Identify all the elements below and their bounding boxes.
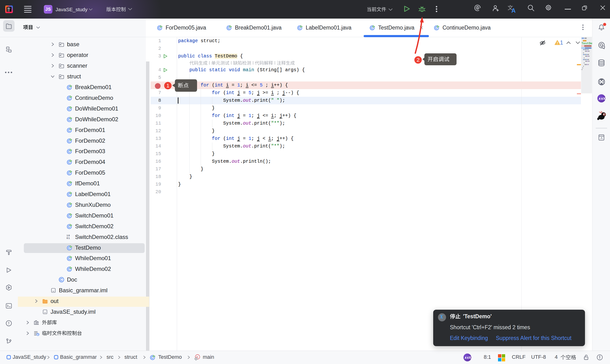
svg-text:A: A (600, 136, 603, 140)
